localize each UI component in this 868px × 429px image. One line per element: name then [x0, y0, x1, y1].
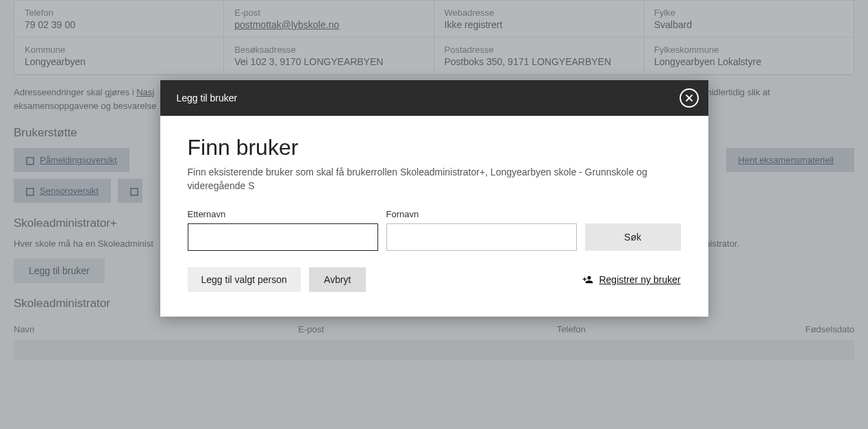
- fornavn-label: Fornavn: [386, 209, 577, 219]
- fornavn-input[interactable]: [386, 223, 577, 251]
- register-new-user-link[interactable]: Registrer ny bruker: [582, 274, 680, 285]
- modal-header: Legg til bruker: [160, 80, 708, 116]
- search-button[interactable]: Søk: [585, 223, 681, 251]
- modal-title: Finn bruker: [188, 135, 681, 160]
- close-icon: [685, 94, 693, 102]
- add-selected-button[interactable]: Legg til valgt person: [188, 267, 301, 292]
- cancel-button[interactable]: Avbryt: [309, 267, 366, 292]
- modal-description: Finn eksisterende bruker som skal få bru…: [188, 166, 681, 193]
- etternavn-label: Etternavn: [188, 209, 378, 219]
- add-user-modal: Legg til bruker Finn bruker Finn eksiste…: [160, 80, 708, 317]
- modal-overlay: Legg til bruker Finn bruker Finn eksiste…: [0, 0, 868, 429]
- person-add-icon: [582, 274, 593, 285]
- etternavn-input[interactable]: [188, 223, 378, 251]
- modal-header-title: Legg til bruker: [177, 93, 238, 103]
- close-button[interactable]: [680, 88, 699, 108]
